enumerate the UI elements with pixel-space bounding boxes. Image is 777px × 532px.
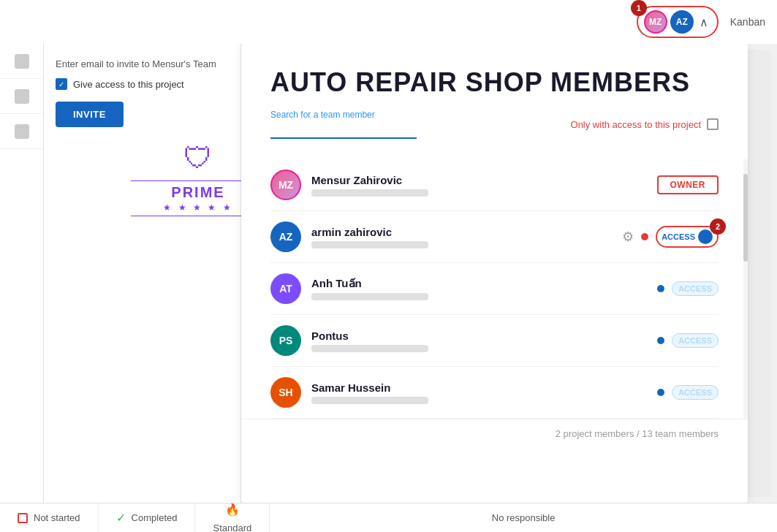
search-filter-row: Search for a team member Only with acces…	[270, 110, 719, 139]
sidebar-row-1[interactable]	[0, 44, 43, 79]
member-name: Anh Tuấn	[311, 277, 657, 290]
page-title: AUTO REPAIR SHOP MEMBERS	[270, 67, 719, 98]
sidebar-row-2[interactable]	[0, 79, 43, 114]
bottom-item-not-started: Not started	[0, 503, 99, 532]
sidebar-icon-3	[15, 124, 29, 139]
table-row: AT Anh Tuấn ACCESS	[270, 263, 719, 315]
member-name: Mensur Zahirovic	[311, 174, 657, 186]
standard-icon: 🔥	[225, 503, 240, 517]
member-info: armin zahirovic	[311, 226, 622, 248]
avatar: PS	[270, 325, 301, 356]
member-email	[311, 293, 428, 300]
access-label-inactive: ACCESS	[678, 388, 712, 397]
access-toggle-inactive[interactable]: ACCESS	[672, 385, 719, 400]
member-email	[311, 345, 428, 352]
table-row: AZ armin zahirovic ⚙ ACCESS 2	[270, 211, 719, 263]
search-label: Search for a team member	[270, 110, 417, 120]
prime-title: PRIME	[171, 184, 224, 201]
avatar: AZ	[270, 221, 301, 252]
scrollbar-thumb[interactable]	[743, 174, 748, 262]
sidebar-icon-2	[15, 89, 29, 104]
member-actions: OWNER	[657, 175, 719, 194]
member-name: armin zahirovic	[311, 226, 622, 238]
not-started-label: Not started	[34, 512, 80, 523]
member-actions: ⚙ ACCESS 2	[622, 226, 719, 248]
member-email	[311, 397, 428, 404]
invite-email-label: Enter email to invite to Mensur's Team	[56, 58, 229, 69]
member-info: Samar Hussein	[311, 381, 657, 404]
avatar-az: AZ	[670, 10, 694, 34]
search-col: Search for a team member	[270, 110, 417, 139]
member-actions: ACCESS	[657, 333, 719, 348]
not-started-icon	[18, 513, 28, 523]
avatar-group-chevron[interactable]: ∧	[697, 15, 711, 29]
owner-badge: OWNER	[657, 175, 719, 194]
member-info: Mensur Zahirovic	[311, 174, 657, 197]
avatar-mz: MZ	[644, 10, 667, 34]
prime-shield-icon: 🛡	[183, 142, 213, 175]
access-label-inactive: ACCESS	[678, 284, 712, 293]
toggle-knob	[698, 229, 713, 244]
sidebar-row-3[interactable]	[0, 114, 43, 149]
prime-stars: ★ ★ ★ ★ ★	[163, 202, 232, 213]
bottom-bar: Not started ✓ Completed 🔥 Standard No re…	[0, 503, 777, 532]
members-header: AUTO REPAIR SHOP MEMBERS Search for a te…	[241, 44, 748, 159]
filter-row: Only with access to this project	[571, 118, 719, 130]
give-access-label: Give access to this project	[73, 79, 184, 90]
bottom-item-standard: 🔥 Standard	[195, 503, 270, 532]
member-email	[311, 189, 428, 197]
member-name: Samar Hussein	[311, 381, 657, 394]
member-info: Anh Tuấn	[311, 277, 657, 300]
avatar: SH	[270, 377, 301, 408]
access-toggle-active[interactable]: ACCESS 2	[656, 226, 719, 248]
access-label-inactive: ACCESS	[678, 336, 712, 345]
access-toggle-inactive[interactable]: ACCESS	[672, 281, 719, 296]
table-row: PS Pontus ACCESS	[270, 315, 719, 367]
status-dot-blue	[657, 389, 664, 396]
access-label: ACCESS	[662, 232, 695, 241]
member-list: MZ Mensur Zahirovic OWNER AZ armin zahir…	[241, 159, 748, 419]
kanban-label: Kanban	[730, 16, 765, 28]
member-email	[311, 241, 428, 248]
status-dot-blue	[657, 285, 664, 292]
step-badge-1: 1	[631, 0, 647, 16]
status-dot-blue	[657, 337, 664, 344]
members-panel: AUTO REPAIR SHOP MEMBERS Search for a te…	[241, 44, 748, 503]
search-input[interactable]	[270, 123, 417, 139]
top-bar-right: 1 MZ AZ ∧ Kanban	[637, 6, 765, 38]
no-responsible-label: No responsible	[492, 512, 556, 523]
gear-icon[interactable]: ⚙	[622, 229, 634, 245]
bottom-item-completed: ✓ Completed	[99, 503, 196, 532]
member-info: Pontus	[311, 330, 657, 352]
bottom-item-no-responsible: No responsible	[270, 503, 777, 532]
give-access-checkbox[interactable]: ✓	[56, 78, 67, 90]
members-footer: 2 project members / 13 team members	[241, 419, 748, 448]
avatar: AT	[270, 273, 301, 304]
step-badge-2: 2	[710, 218, 726, 235]
filter-label: Only with access to this project	[571, 119, 701, 130]
table-row: MZ Mensur Zahirovic OWNER	[270, 159, 719, 211]
member-actions: ACCESS	[657, 281, 719, 296]
footer-count: 2 project members / 13 team members	[556, 428, 719, 439]
table-row: SH Samar Hussein ACCESS	[270, 367, 719, 419]
scrollbar-track[interactable]	[743, 159, 748, 419]
member-name: Pontus	[311, 330, 657, 342]
top-bar: 1 MZ AZ ∧ Kanban	[0, 0, 777, 44]
invite-button[interactable]: INVITE	[56, 102, 124, 127]
member-actions: ACCESS	[657, 385, 719, 400]
access-toggle-inactive[interactable]: ACCESS	[672, 333, 719, 348]
invite-checkbox-row: ✓ Give access to this project	[56, 78, 229, 90]
completed-icon: ✓	[116, 511, 126, 525]
avatar: MZ	[270, 170, 301, 200]
standard-label: Standard	[213, 522, 251, 533]
left-panel-bg	[0, 44, 44, 503]
avatar-group[interactable]: 1 MZ AZ ∧	[637, 6, 719, 38]
completed-label: Completed	[132, 512, 178, 523]
sidebar-icon-1	[15, 54, 29, 69]
filter-checkbox[interactable]	[707, 118, 719, 130]
invite-panel: Enter email to invite to Mensur's Team ✓…	[44, 44, 241, 503]
status-dot-red	[641, 233, 648, 240]
